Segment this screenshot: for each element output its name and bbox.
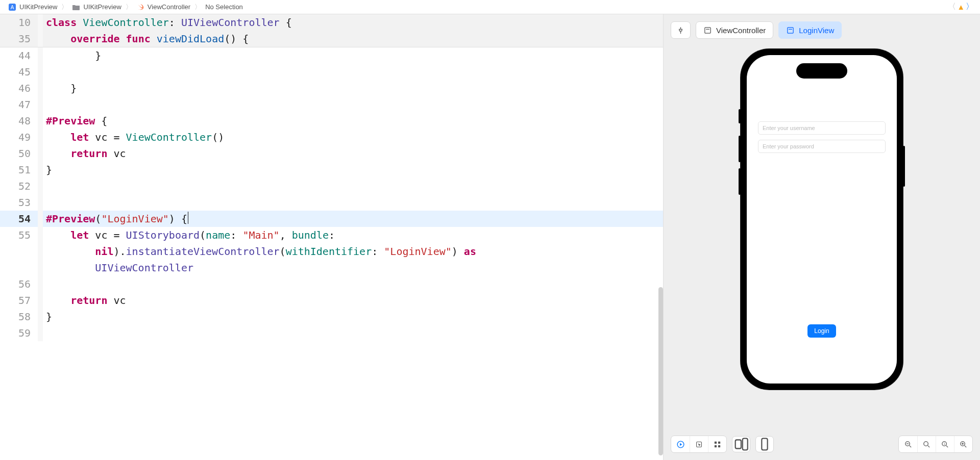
- nav-forward-icon[interactable]: 〉: [965, 2, 975, 12]
- line-number: [0, 260, 38, 276]
- preview-tab-label: ViewController: [716, 26, 766, 35]
- code-line[interactable]: nil).instantiateViewController(withIdent…: [43, 243, 663, 260]
- line-number: 10: [0, 14, 38, 31]
- svg-marker-7: [680, 443, 682, 446]
- folder-icon: [72, 3, 80, 11]
- warning-icon[interactable]: ▲: [957, 3, 965, 11]
- svg-line-20: [928, 445, 930, 447]
- variants-button[interactable]: [708, 436, 726, 452]
- line-number: 55: [0, 227, 38, 243]
- password-field[interactable]: Enter your password: [758, 140, 886, 153]
- zoom-fit-button[interactable]: [917, 436, 936, 452]
- code-line[interactable]: }: [43, 309, 663, 325]
- code-area[interactable]: 44 } 45 46 } 47 48#Preview { 49 let vc =…: [0, 47, 663, 460]
- svg-rect-15: [762, 439, 767, 450]
- device-volume-down-button: [739, 168, 741, 195]
- code-line[interactable]: class ViewController: UIViewController {: [43, 14, 663, 31]
- code-line[interactable]: [43, 64, 663, 80]
- line-number: 52: [0, 178, 38, 194]
- line-number: 46: [0, 80, 38, 96]
- svg-line-17: [909, 445, 911, 447]
- code-line[interactable]: [43, 325, 663, 341]
- zoom-group: 1: [898, 436, 973, 453]
- device-screen[interactable]: Enter your username Enter your password …: [747, 55, 897, 384]
- breadcrumb: A UIKitPreview 〉 UIKitPreview 〉 ViewCont…: [0, 0, 980, 14]
- svg-line-25: [965, 445, 967, 447]
- device-settings-button[interactable]: [732, 436, 750, 452]
- crumb-sep: 〉: [60, 3, 69, 12]
- crumb-file[interactable]: ViewController: [133, 3, 193, 11]
- code-line[interactable]: [43, 96, 663, 113]
- code-line[interactable]: }: [43, 47, 663, 64]
- selectable-button[interactable]: [690, 436, 708, 452]
- nav-back-icon[interactable]: 〈: [947, 2, 957, 12]
- svg-text:A: A: [11, 5, 14, 10]
- code-line[interactable]: #Preview("LoginView") {: [43, 211, 663, 227]
- code-line[interactable]: }: [43, 80, 663, 96]
- code-line[interactable]: [43, 194, 663, 211]
- line-number: [0, 243, 38, 260]
- line-number: 48: [0, 113, 38, 129]
- code-line[interactable]: let vc = ViewController(): [43, 129, 663, 145]
- line-number: 35: [0, 31, 38, 47]
- preview-tab-loginview[interactable]: LoginView: [778, 21, 842, 39]
- svg-rect-10: [718, 441, 720, 443]
- svg-rect-9: [715, 441, 717, 443]
- code-line[interactable]: let vc = UIStoryboard(name: "Main", bund…: [43, 227, 663, 243]
- svg-rect-11: [715, 445, 717, 447]
- line-number: 54: [0, 211, 38, 227]
- zoom-out-button[interactable]: [899, 436, 917, 452]
- line-number: 57: [0, 292, 38, 309]
- username-field[interactable]: Enter your username: [758, 121, 886, 135]
- line-number: 51: [0, 162, 38, 178]
- crumb-selection[interactable]: No Selection: [202, 3, 246, 11]
- svg-rect-13: [736, 440, 741, 449]
- code-line[interactable]: UIViewController: [43, 260, 663, 276]
- code-line[interactable]: [43, 276, 663, 292]
- preview-pane: ViewController LoginView Enter your user…: [664, 14, 980, 460]
- svg-point-19: [924, 441, 928, 446]
- device-volume-up-button: [739, 136, 741, 162]
- line-number: 53: [0, 194, 38, 211]
- svg-rect-12: [718, 445, 720, 447]
- svg-rect-14: [743, 439, 748, 450]
- svg-rect-4: [788, 27, 793, 33]
- code-line[interactable]: override func viewDidLoad() {: [43, 31, 663, 47]
- zoom-actual-button[interactable]: 1: [936, 436, 954, 452]
- scrollbar-thumb[interactable]: [658, 287, 663, 455]
- crumb-selection-label: No Selection: [205, 3, 243, 11]
- pin-button[interactable]: [671, 21, 691, 39]
- dynamic-island: [796, 63, 847, 79]
- fold-gutter[interactable]: [38, 14, 43, 31]
- code-line[interactable]: }: [43, 162, 663, 178]
- crumb-project[interactable]: A UIKitPreview: [5, 3, 60, 11]
- crumb-folder[interactable]: UIKitPreview: [69, 3, 124, 11]
- code-line[interactable]: #Preview {: [43, 113, 663, 129]
- zoom-in-button[interactable]: [954, 436, 972, 452]
- text-cursor: [188, 212, 188, 224]
- preview-tab-label: LoginView: [799, 26, 834, 35]
- line-number: 47: [0, 96, 38, 113]
- device-frame: Enter your username Enter your password …: [741, 49, 903, 390]
- code-line[interactable]: return vc: [43, 145, 663, 162]
- preview-tab-viewcontroller[interactable]: ViewController: [696, 21, 773, 39]
- crumb-folder-label: UIKitPreview: [83, 3, 121, 11]
- line-number: 59: [0, 325, 38, 341]
- preview-canvas[interactable]: Enter your username Enter your password …: [664, 44, 980, 429]
- code-line[interactable]: return vc: [43, 292, 663, 309]
- sticky-scope: 10 class ViewController: UIViewControlle…: [0, 14, 663, 47]
- login-button[interactable]: Login: [807, 324, 836, 338]
- preview-bottom-toolbar: 1: [664, 429, 980, 460]
- line-number: 58: [0, 309, 38, 325]
- crumb-project-label: UIKitPreview: [19, 3, 57, 11]
- orientation-button[interactable]: [755, 436, 774, 452]
- live-button[interactable]: [671, 436, 690, 452]
- svg-rect-5: [789, 29, 792, 29]
- device-switch-button: [739, 109, 741, 123]
- device-power-button: [903, 146, 905, 187]
- preview-mode-group: [671, 436, 727, 453]
- svg-text:1: 1: [944, 443, 945, 445]
- editor-pane: 10 class ViewController: UIViewControlle…: [0, 14, 664, 460]
- code-line[interactable]: [43, 178, 663, 194]
- fold-gutter[interactable]: [38, 31, 43, 47]
